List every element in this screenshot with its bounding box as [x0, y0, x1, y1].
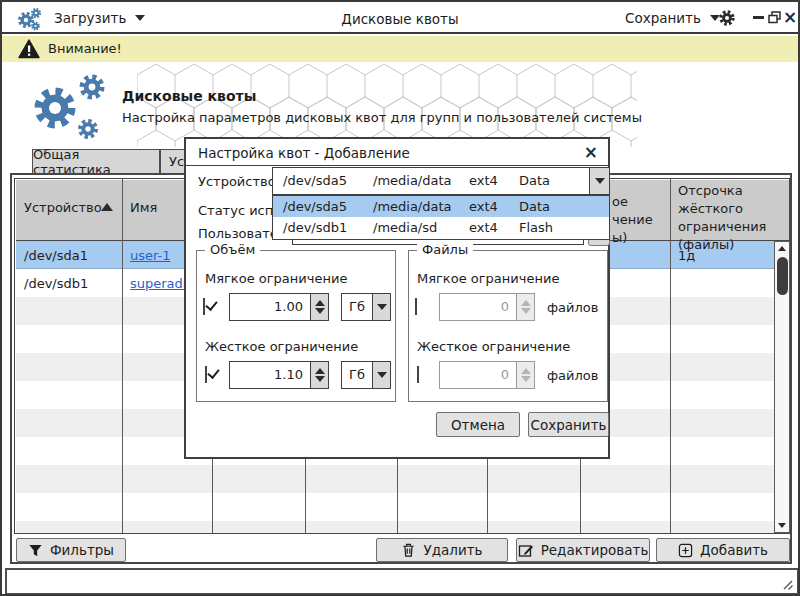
add-label: Добавить — [700, 542, 768, 558]
edit-button[interactable]: Редактировать — [516, 538, 650, 562]
files-soft-limit-spinner — [516, 294, 534, 320]
option-fs: ext4 — [469, 217, 498, 238]
files-group: Файлы Мягкое ограничение 0 файлов Жестко… — [408, 250, 608, 402]
quota-settings-dialog: Настройка квот - Добавление × Устройство… — [184, 137, 610, 459]
cell-name-link[interactable]: user-1 — [130, 248, 171, 263]
save-menu-button[interactable]: Сохранить — [625, 10, 720, 26]
option-fs: ext4 — [469, 196, 498, 217]
soft-limit-value[interactable]: 1.00 — [230, 294, 310, 320]
delete-label: Удалить — [423, 542, 482, 558]
unit-dropdown-button[interactable] — [372, 294, 390, 320]
minimize-button[interactable] — [750, 9, 766, 25]
files-hard-limit-spinbox[interactable]: 0 — [439, 361, 535, 389]
hard-limit-checkbox[interactable] — [205, 366, 207, 383]
option-label: Flash — [519, 217, 553, 238]
filters-label: Фильтры — [50, 542, 114, 558]
volume-group-legend: Объём — [205, 242, 260, 257]
save-button[interactable]: Сохранить — [528, 412, 609, 437]
option-dev: /dev/sdb1 — [283, 217, 347, 238]
chevron-down-icon — [595, 178, 605, 184]
files-suffix: файлов — [547, 300, 598, 315]
device-combobox[interactable]: /dev/sda5 /media/data ext4 Data — [272, 167, 610, 195]
option-mount: /media/sd — [373, 217, 437, 238]
column-header-name[interactable]: Имя — [130, 199, 157, 217]
device-value-dev: /dev/sda5 — [283, 173, 347, 188]
dialog-title: Настройка квот - Добавление — [198, 145, 410, 161]
column-header-hard-delay-files[interactable]: Отсрочка жёсткого ограничения (файлы) — [678, 182, 768, 254]
cancel-button[interactable]: Отмена — [436, 412, 520, 437]
device-value-label: Data — [519, 173, 550, 188]
resize-grip-icon[interactable] — [782, 579, 794, 591]
sort-ascending-icon[interactable] — [101, 203, 113, 211]
device-value-fs: ext4 — [469, 173, 498, 188]
close-window-button[interactable]: × — [782, 9, 798, 25]
soft-limit-checkbox[interactable] — [203, 298, 205, 315]
files-soft-limit-label: Мягкое ограничение — [417, 271, 559, 286]
soft-unit-value: Гб — [342, 294, 372, 320]
dialog-close-icon[interactable]: × — [584, 145, 598, 159]
scrollbar-thumb[interactable] — [777, 257, 788, 295]
column-divider — [670, 179, 671, 533]
cancel-label: Отмена — [451, 417, 505, 433]
scroll-down-button[interactable] — [774, 519, 790, 532]
files-hard-limit-spinner — [516, 362, 534, 388]
hard-limit-label: Жесткое ограничение — [205, 339, 358, 354]
device-dropdown-list: /dev/sda5 /media/data ext4 Data /dev/sdb… — [272, 195, 610, 240]
hard-limit-spinner[interactable] — [310, 362, 328, 388]
page-subtitle: Настройка параметров дисковых квот для г… — [122, 110, 642, 125]
page-title: Дисковые квоты — [122, 88, 256, 104]
tab-label: Общая статистика — [33, 147, 159, 177]
cell-device: /dev/sdb1 — [24, 276, 88, 291]
option-dev: /dev/sda5 — [283, 196, 347, 217]
hard-unit-value: Гб — [342, 362, 372, 388]
trash-icon — [401, 542, 416, 558]
hard-limit-spinbox[interactable]: 1.10 — [229, 361, 329, 389]
maximize-button[interactable] — [766, 9, 782, 25]
option-label: Data — [519, 196, 550, 217]
app-window: Загрузить Дисковые квоты Сохранить × — [0, 0, 800, 596]
hard-unit-select[interactable]: Гб — [341, 361, 391, 389]
soft-limit-label: Мягкое ограничение — [205, 271, 347, 286]
column-header-device[interactable]: Устройство — [24, 199, 102, 217]
close-icon: × — [783, 10, 797, 24]
files-group-legend: Файлы — [417, 242, 473, 257]
add-plus-icon — [678, 543, 693, 558]
soft-limit-spinner[interactable] — [310, 294, 328, 320]
device-option-2[interactable]: /dev/sdb1 /media/sd ext4 Flash — [273, 217, 609, 238]
device-label: Устройство: — [198, 174, 280, 189]
add-button[interactable]: Добавить — [656, 538, 790, 562]
warning-triangle-icon — [18, 39, 40, 59]
combo-dropdown-button[interactable] — [589, 168, 609, 194]
scroll-down-icon — [778, 523, 786, 528]
soft-unit-select[interactable]: Гб — [341, 293, 391, 321]
edit-pencil-icon — [518, 542, 534, 558]
files-soft-limit-spinbox[interactable]: 0 — [439, 293, 535, 321]
files-hard-limit-value: 0 — [440, 362, 516, 388]
option-mount: /media/data — [373, 196, 452, 217]
save-label: Сохранить — [531, 417, 607, 433]
tab-general-statistics[interactable]: Общая статистика — [32, 149, 160, 173]
device-option-1[interactable]: /dev/sda5 /media/data ext4 Data — [273, 196, 609, 217]
column-header-partial-line: ы) — [612, 229, 627, 247]
column-divider — [122, 179, 123, 533]
warning-text: Внимание! — [48, 41, 122, 56]
edit-label: Редактировать — [541, 542, 649, 558]
files-soft-limit-checkbox[interactable] — [415, 298, 417, 315]
volume-group: Объём Мягкое ограничение 1.00 Гб Жесткое… — [196, 250, 396, 402]
dialog-title-bar: Настройка квот - Добавление × — [186, 139, 608, 166]
files-hard-limit-label: Жесткое ограничение — [417, 339, 570, 354]
restore-icon — [768, 11, 781, 24]
unit-dropdown-button[interactable] — [372, 362, 390, 388]
column-header-partial-line: чение — [612, 211, 653, 229]
hard-limit-value[interactable]: 1.10 — [230, 362, 310, 388]
soft-limit-spinbox[interactable]: 1.00 — [229, 293, 329, 321]
chevron-down-icon — [377, 372, 387, 378]
scroll-up-icon — [778, 246, 786, 251]
filters-button[interactable]: Фильтры — [16, 538, 126, 562]
settings-gear-icon[interactable] — [718, 9, 736, 27]
files-hard-limit-checkbox[interactable] — [417, 366, 419, 383]
minimize-icon — [753, 16, 764, 19]
status-bar — [5, 568, 799, 595]
delete-button[interactable]: Удалить — [376, 538, 508, 562]
scroll-up-button[interactable] — [774, 242, 790, 255]
